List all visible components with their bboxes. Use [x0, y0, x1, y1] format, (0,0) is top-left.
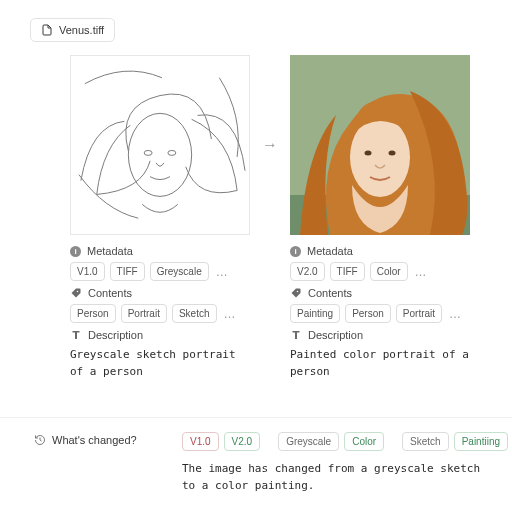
history-icon: [34, 434, 46, 446]
file-chip[interactable]: Venus.tiff: [30, 18, 115, 42]
tag[interactable]: V1.0: [70, 262, 105, 281]
svg-point-9: [389, 151, 396, 156]
metadata-header: i Metadata: [290, 245, 470, 257]
tag[interactable]: Person: [345, 304, 391, 323]
description-header: Description: [290, 329, 470, 341]
painting-illustration: [290, 55, 470, 235]
metadata-label: Metadata: [87, 245, 133, 257]
change-from[interactable]: V1.0: [182, 432, 219, 451]
description-label: Description: [308, 329, 363, 341]
text-icon: [70, 329, 82, 341]
contents-tags-left: Person Portrait Sketch …: [70, 304, 250, 323]
whats-changed-summary: The image has changed from a greyscale s…: [182, 460, 482, 494]
more-tags[interactable]: …: [222, 307, 238, 321]
change-chip-groups: V1.0 V2.0 Greyscale Color Sketch Paintii…: [182, 432, 508, 451]
tag[interactable]: Color: [370, 262, 408, 281]
description-header: Description: [70, 329, 250, 341]
whats-changed-header: What's changed?: [34, 432, 182, 446]
metadata-tags-left: V1.0 TIFF Greyscale …: [70, 262, 250, 281]
tag-icon: [290, 287, 302, 299]
file-name: Venus.tiff: [59, 24, 104, 36]
tag[interactable]: Painting: [290, 304, 340, 323]
description-label: Description: [88, 329, 143, 341]
more-tags[interactable]: …: [447, 307, 463, 321]
contents-header: Contents: [290, 287, 470, 299]
description-text-left: Greyscale sketch portrait of a person: [70, 346, 250, 380]
contents-tags-right: Painting Person Portrait …: [290, 304, 470, 323]
file-icon: [41, 24, 53, 36]
change-to[interactable]: Paintiing: [454, 432, 508, 451]
transform-arrow: →: [250, 55, 290, 235]
contents-header: Contents: [70, 287, 250, 299]
svg-point-7: [350, 117, 410, 197]
tag-icon: [70, 287, 82, 299]
tag[interactable]: TIFF: [110, 262, 145, 281]
change-from[interactable]: Greyscale: [278, 432, 339, 451]
whats-changed-label: What's changed?: [52, 434, 137, 446]
image-preview-left[interactable]: [70, 55, 250, 235]
contents-label: Contents: [88, 287, 132, 299]
info-icon: i: [290, 246, 301, 257]
image-preview-right[interactable]: [290, 55, 470, 235]
info-icon: i: [70, 246, 81, 257]
svg-point-4: [77, 291, 79, 293]
svg-point-10: [297, 291, 299, 293]
metadata-label: Metadata: [307, 245, 353, 257]
arrow-right-icon: →: [262, 136, 278, 154]
more-tags[interactable]: …: [214, 265, 230, 279]
sketch-illustration: [71, 56, 249, 234]
tag[interactable]: Greyscale: [150, 262, 209, 281]
version-left-column: i Metadata V1.0 TIFF Greyscale … Content…: [70, 55, 250, 380]
more-tags[interactable]: …: [413, 265, 429, 279]
text-icon: [290, 329, 302, 341]
tag[interactable]: Sketch: [172, 304, 217, 323]
tag[interactable]: Person: [70, 304, 116, 323]
change-pair: Sketch Paintiing: [402, 432, 508, 451]
change-pair: V1.0 V2.0: [182, 432, 260, 451]
change-to[interactable]: Color: [344, 432, 384, 451]
description-text-right: Painted color portrait of a person: [290, 346, 470, 380]
change-to[interactable]: V2.0: [224, 432, 261, 451]
comparison-panel: i Metadata V1.0 TIFF Greyscale … Content…: [70, 55, 482, 380]
metadata-header: i Metadata: [70, 245, 250, 257]
tag[interactable]: Portrait: [121, 304, 167, 323]
metadata-tags-right: V2.0 TIFF Color …: [290, 262, 470, 281]
tag[interactable]: V2.0: [290, 262, 325, 281]
svg-point-8: [365, 151, 372, 156]
change-from[interactable]: Sketch: [402, 432, 449, 451]
change-pair: Greyscale Color: [278, 432, 384, 451]
tag[interactable]: Portrait: [396, 304, 442, 323]
tag[interactable]: TIFF: [330, 262, 365, 281]
whats-changed-panel: What's changed? V1.0 V2.0 Greyscale Colo…: [0, 417, 512, 512]
contents-label: Contents: [308, 287, 352, 299]
version-right-column: i Metadata V2.0 TIFF Color … Contents Pa…: [290, 55, 470, 380]
